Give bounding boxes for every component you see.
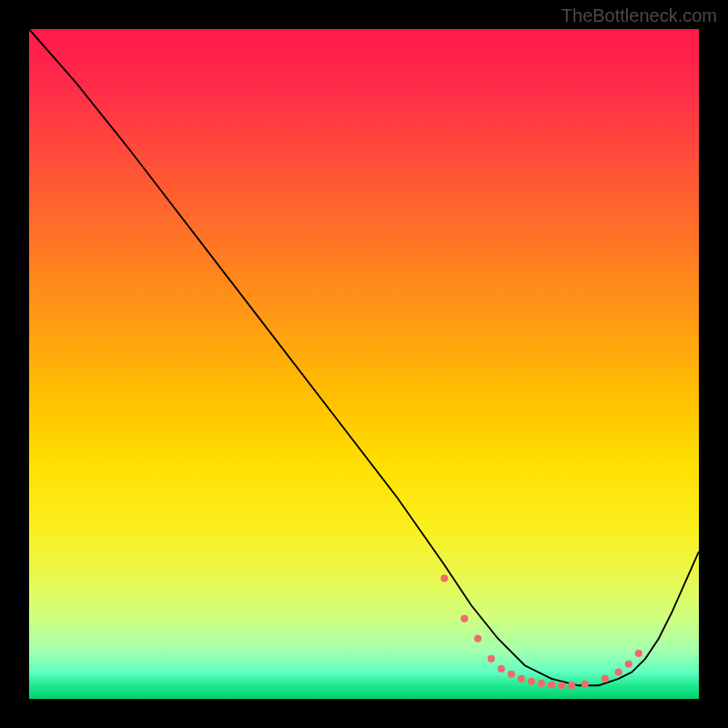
highlight-dot: [615, 669, 622, 676]
highlight-dot: [602, 675, 609, 682]
bottleneck-curve: [29, 29, 699, 699]
highlight-dot: [558, 682, 565, 689]
highlight-dot: [460, 615, 468, 622]
highlight-dot: [474, 635, 481, 642]
highlight-dot: [538, 680, 545, 687]
highlight-dot: [488, 655, 495, 662]
highlight-dot: [528, 678, 535, 685]
highlight-dot: [548, 681, 555, 688]
highlight-dot: [498, 665, 505, 672]
watermark-text: TheBottleneck.com: [561, 5, 717, 26]
optimal-range-dots: [29, 29, 699, 699]
highlight-dot: [440, 574, 448, 581]
chart-plot-area: [29, 29, 699, 699]
highlight-dot: [635, 650, 642, 657]
highlight-dot: [508, 671, 515, 678]
highlight-dot: [518, 675, 525, 682]
highlight-dot: [625, 661, 632, 668]
highlight-dot: [568, 682, 575, 689]
highlight-dot: [581, 681, 589, 688]
